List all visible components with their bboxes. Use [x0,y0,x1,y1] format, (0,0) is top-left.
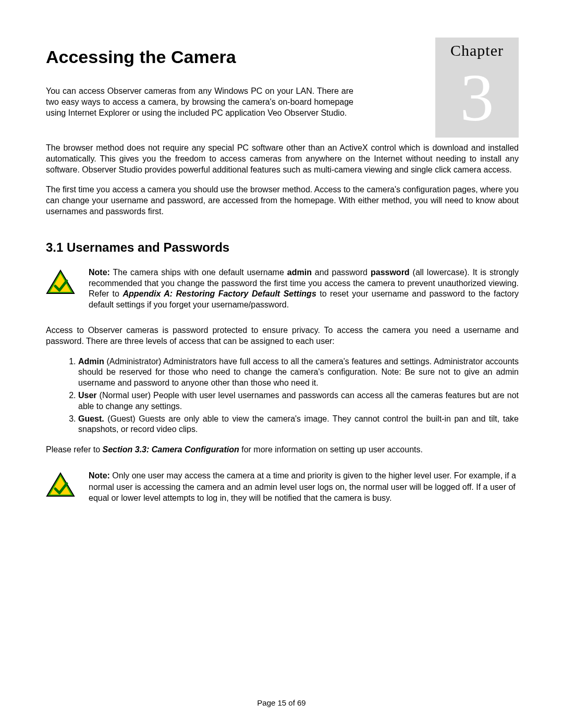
warning-check-icon [46,470,75,498]
refer-paragraph: Please refer to Section 3.3: Camera Conf… [46,445,519,455]
page-footer: Page 15 of 69 [0,698,563,707]
list-item: Admin (Administrator) Administrators hav… [78,356,519,389]
intro-paragraph-2: The browser method does not require any … [46,143,519,175]
section-heading-3-1: 3.1 Usernames and Passwords [46,240,519,255]
note-label: Note: [89,471,110,480]
note-text-2: Note: Only one user may access the camer… [89,470,519,504]
chapter-number: 3 [435,64,519,131]
intro-paragraph-3: The first time you access a camera you s… [46,184,519,217]
intro-paragraph-1: You can access Observer cameras from any… [46,86,353,118]
appendix-reference: Appendix A: Restoring Factory Default Se… [123,289,316,298]
warning-check-icon [46,267,75,295]
note-text-1: Note: The camera ships with one default … [89,267,519,311]
note-label: Note: [89,268,110,277]
section-reference: Section 3.3: Camera Configuration [103,445,239,454]
note-block-1: Note: The camera ships with one default … [46,267,519,311]
list-item: Guest. (Guest) Guests are only able to v… [78,414,519,436]
chapter-word: Chapter [435,42,519,59]
access-paragraph: Access to Observer cameras is password p… [46,325,519,347]
list-item: User (Normal user) People with user leve… [78,390,519,412]
note-block-2: Note: Only one user may access the camer… [46,470,519,504]
chapter-badge: Chapter 3 [435,38,519,138]
access-levels-list: Admin (Administrator) Administrators hav… [46,356,519,436]
